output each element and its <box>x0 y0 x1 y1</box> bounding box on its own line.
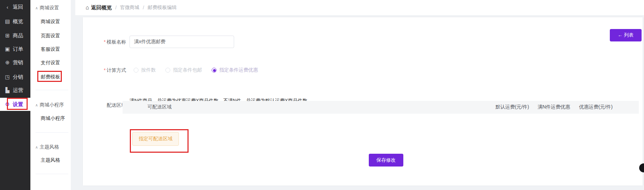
calc-method-label-text: 计算方式 <box>107 67 126 73</box>
back-to-list-button[interactable]: ← 列表 <box>610 29 642 41</box>
secondary-sidebar: ∧商城设置 商城设置 页面设置 客服设置 支付设置 邮费模板 ∧商城小程序 商城… <box>30 0 71 190</box>
template-name-label: *模板名称 <box>83 38 126 45</box>
overview-icon: ▤ <box>4 18 10 25</box>
radio-selected-icon <box>212 68 217 73</box>
submenu-divider <box>36 132 68 133</box>
primary-sidebar: ‹ 返回 ▤ 概览 ⊞ 商品 ▣ 订单 ⊕ 营销 ◳ 分销 ▙ 运营 ⚙ 设置 <box>0 0 30 190</box>
template-name-label-text: 模板名称 <box>107 39 126 45</box>
radio-label: 指定条件包邮 <box>173 67 202 73</box>
collapse-caret-icon: ∧ <box>35 6 38 10</box>
collapse-caret-icon: ∧ <box>35 145 38 149</box>
sidebar-item-orders[interactable]: ▣ 订单 <box>0 42 30 56</box>
radio-unselected-icon <box>134 68 138 73</box>
submenu-item-postage-template[interactable]: 邮费模板 <box>41 73 60 80</box>
submenu-group-mini-program[interactable]: ∧商城小程序 <box>35 101 64 108</box>
sidebar-item-label: 概览 <box>13 18 23 25</box>
app-root: ‹ 返回 ▤ 概览 ⊞ 商品 ▣ 订单 ⊕ 营销 ◳ 分销 ▙ 运营 ⚙ 设置 <box>0 0 644 190</box>
sidebar-item-label: 分销 <box>13 74 23 80</box>
breadcrumb-item-current: 邮费模板编辑 <box>147 4 176 11</box>
sidebar-item-label: 商品 <box>13 32 23 39</box>
sidebar-item-operation[interactable]: ▙ 运营 <box>0 84 30 97</box>
home-icon: ⌂ <box>86 4 89 11</box>
sidebar-item-back[interactable]: ‹ 返回 <box>0 0 30 13</box>
goods-icon: ⊞ <box>4 32 10 39</box>
submenu-item-mini-program[interactable]: 商城小程序 <box>41 115 65 122</box>
delivery-area-label: 配送区域 <box>83 102 126 108</box>
radio-by-piece-count[interactable]: 按件数 <box>134 67 156 73</box>
column-header-area: 可配送区域 <box>147 104 172 110</box>
topbar: ⌂ 返回概览 / 官微商城 / 邮费模板编辑 <box>75 0 644 15</box>
column-header-default-fee: 默认运费(元/件) <box>496 104 529 110</box>
breadcrumb-separator: / <box>143 5 144 10</box>
radio-shipping-discount-condition[interactable]: 指定条件运费优惠 <box>212 67 258 73</box>
sidebar-item-settings[interactable]: ⚙ 设置 <box>0 98 30 111</box>
breadcrumb-root[interactable]: 返回概览 <box>91 4 112 11</box>
sidebar-item-label: 设置 <box>13 101 23 108</box>
submenu-divider <box>36 174 68 174</box>
gear-icon: ⚙ <box>4 101 10 107</box>
radio-label: 按件数 <box>141 67 156 73</box>
orders-icon: ▣ <box>4 46 10 52</box>
sidebar-back-label: 返回 <box>13 4 23 10</box>
required-mark: * <box>104 67 106 73</box>
column-header-n-condition: 满N件运费优惠 <box>538 104 570 110</box>
breadcrumb-item-mall[interactable]: 官微商城 <box>120 4 140 11</box>
submenu-item-service-settings[interactable]: 客服设置 <box>41 46 60 53</box>
radio-label: 指定条件运费优惠 <box>219 67 258 73</box>
submenu-item-theme-style[interactable]: 主题风格 <box>41 156 60 163</box>
sidebar-item-marketing[interactable]: ⊕ 营销 <box>0 56 30 69</box>
chevron-left-icon: ‹ <box>4 4 10 10</box>
marketing-icon: ⊕ <box>4 59 10 66</box>
submenu-item-mall-settings[interactable]: 商城设置 <box>41 18 60 25</box>
required-mark: * <box>104 39 106 45</box>
sidebar-item-label: 运营 <box>13 87 23 94</box>
submenu-group-label: 主题风格 <box>40 144 59 150</box>
calc-method-radio-group: 按件数 指定条件包邮 指定条件运费优惠 <box>134 67 258 74</box>
template-name-input[interactable] <box>129 36 234 48</box>
submenu-divider <box>36 90 68 90</box>
sidebar-item-label: 订单 <box>13 46 23 53</box>
radio-unselected-icon <box>165 68 170 73</box>
sidebar-item-distribution[interactable]: ◳ 分销 <box>0 70 30 84</box>
sidebar-item-goods[interactable]: ⊞ 商品 <box>0 29 30 42</box>
breadcrumb-separator: / <box>115 5 117 10</box>
collapse-caret-icon: ∧ <box>35 103 38 107</box>
arrow-left-icon: ← <box>618 32 623 38</box>
sidebar-item-overview[interactable]: ▤ 概览 <box>0 15 30 28</box>
calc-method-label: *计算方式 <box>83 67 126 74</box>
assign-delivery-area-button[interactable]: 指定可配送区域 <box>132 132 179 146</box>
content-card: ← 列表 *模板名称 *计算方式 按件数 指定条件包邮 指定条件运费优惠 <box>83 17 643 186</box>
submenu-item-page-settings[interactable]: 页面设置 <box>41 32 60 39</box>
radio-free-shipping-condition[interactable]: 指定条件包邮 <box>165 67 202 73</box>
submenu-group-label: 商城设置 <box>40 5 59 10</box>
submenu-item-payment-settings[interactable]: 支付设置 <box>41 59 60 66</box>
delivery-area-table-header: 可配送区域 默认运费(元/件) 满N件运费优惠 优惠运费(元/件) <box>123 101 639 114</box>
save-changes-button[interactable]: 保存修改 <box>369 154 403 167</box>
submenu-group-label: 商城小程序 <box>40 102 64 107</box>
sidebar-item-label: 营销 <box>13 59 23 66</box>
operation-icon: ▙ <box>4 87 10 93</box>
back-to-list-label: 列表 <box>624 32 634 38</box>
distribution-icon: ◳ <box>4 74 10 80</box>
column-header-discount-fee: 优惠运费(元/件) <box>579 104 613 110</box>
submenu-group-theme-style[interactable]: ∧主题风格 <box>35 143 59 150</box>
submenu-group-mall-settings[interactable]: ∧商城设置 <box>35 4 59 11</box>
